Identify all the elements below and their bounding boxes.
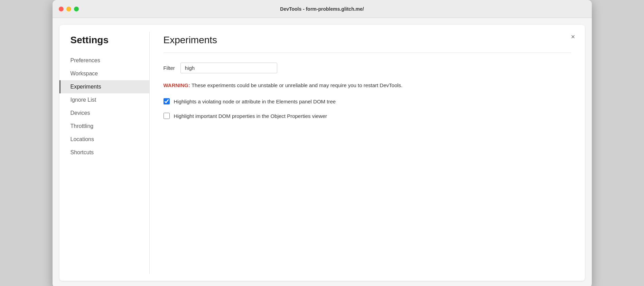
warning-prefix: WARNING:: [164, 82, 190, 88]
sidebar-item-workspace[interactable]: Workspace: [59, 67, 149, 80]
checkbox-label-2[interactable]: Highlight important DOM properties in th…: [174, 112, 327, 120]
filter-label: Filter: [164, 65, 175, 71]
sidebar-item-ignore-list[interactable]: Ignore List: [59, 93, 149, 107]
checkbox-violating-node[interactable]: [164, 98, 170, 104]
sidebar: Settings Preferences Workspace Experimen…: [59, 25, 149, 281]
sidebar-item-shortcuts[interactable]: Shortcuts: [59, 146, 149, 159]
title-separator: [164, 53, 571, 53]
window-title: DevTools - form-problems.glitch.me/: [280, 6, 364, 12]
main-content: × Experiments Filter WARNING: These expe…: [150, 25, 585, 281]
checkbox-item-2: Highlight important DOM properties in th…: [164, 112, 571, 120]
sidebar-item-preferences[interactable]: Preferences: [59, 54, 149, 67]
warning-text: WARNING: These experiments could be unst…: [164, 82, 571, 90]
filter-row: Filter: [164, 63, 571, 73]
close-traffic-light[interactable]: [59, 7, 64, 11]
settings-heading: Settings: [59, 35, 149, 54]
sidebar-item-experiments[interactable]: Experiments: [59, 80, 149, 93]
title-bar: DevTools - form-problems.glitch.me/: [53, 0, 592, 18]
page-title: Experiments: [164, 35, 571, 46]
filter-input[interactable]: [180, 63, 277, 73]
content-area: Settings Preferences Workspace Experimen…: [59, 25, 585, 281]
checkbox-item-1: Highlights a violating node or attribute…: [164, 98, 571, 106]
checkbox-label-1[interactable]: Highlights a violating node or attribute…: [174, 98, 336, 106]
devtools-window: DevTools - form-problems.glitch.me/ Sett…: [53, 0, 592, 286]
traffic-lights: [59, 7, 79, 11]
sidebar-item-devices[interactable]: Devices: [59, 107, 149, 120]
sidebar-item-locations[interactable]: Locations: [59, 133, 149, 146]
maximize-traffic-light[interactable]: [74, 7, 79, 11]
close-button[interactable]: ×: [570, 32, 577, 41]
checkbox-dom-properties[interactable]: [164, 113, 170, 119]
warning-message: These experiments could be unstable or u…: [190, 82, 402, 88]
sidebar-item-throttling[interactable]: Throttling: [59, 120, 149, 133]
minimize-traffic-light[interactable]: [66, 7, 71, 11]
